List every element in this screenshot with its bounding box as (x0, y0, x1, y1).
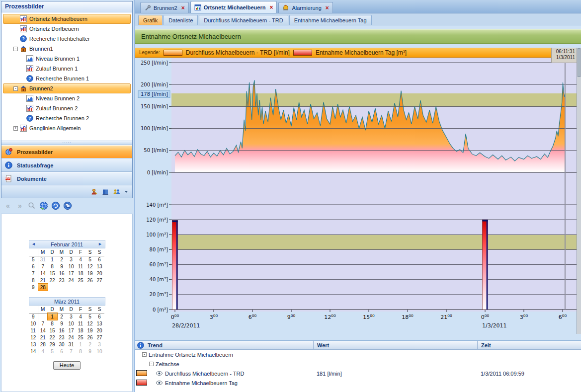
calendar-day[interactable]: 12 (85, 263, 95, 270)
subtab-grafik[interactable]: Grafik (138, 15, 163, 25)
calendar-day[interactable]: 24 (67, 334, 76, 341)
tree-item-niveau-brunnen-1[interactable]: Niveau Brunnen 1 (3, 54, 131, 64)
toolbar-nav-next-icon[interactable]: » (15, 201, 24, 211)
toolbar-layers-icon[interactable] (63, 201, 72, 211)
tree-item-zulauf-brunnen-1[interactable]: Zulauf Brunnen 1 (3, 64, 131, 74)
tree-item-ortsnetz-michaelbeuern[interactable]: Ortsnetz Michaelbeuern (3, 14, 131, 24)
tree-expander-icon[interactable]: + (13, 126, 18, 131)
calendar-day[interactable]: 20 (95, 270, 104, 277)
tree-item-recherche-brunnen-1[interactable]: ?Recherche Brunnen 1 (3, 74, 131, 83)
calendar-day[interactable]: 25 (76, 277, 85, 284)
calendar-day[interactable]: 5 (85, 313, 95, 320)
calendar-day[interactable]: 4 (76, 313, 85, 320)
calendar-day[interactable]: 22 (48, 334, 57, 341)
calendar-day[interactable]: 15 (48, 270, 57, 277)
row-expander-icon[interactable]: - (149, 362, 154, 366)
calendar-day[interactable]: 27 (95, 334, 104, 341)
calendar-day[interactable]: 8 (48, 320, 57, 327)
tab-ortsnetz-michaelbeuern[interactable]: Ortsnetz Michaelbeuern× (190, 1, 277, 13)
calendar-day[interactable]: 22 (48, 277, 57, 284)
calendar-day[interactable]: 23 (57, 277, 67, 284)
calendar-day[interactable]: 5 (85, 256, 95, 263)
tree-item-recherche-hochbeh-lter[interactable]: ?Recherche Hochbehälter (3, 34, 131, 44)
calendar-day[interactable]: 30 (57, 341, 67, 348)
calendar-day[interactable]: 2 (57, 256, 67, 263)
calendar-day[interactable]: 14 (38, 270, 48, 277)
calendar-day[interactable]: 9 (85, 348, 95, 355)
calendar-day[interactable]: 1 (48, 313, 57, 320)
calendar-day[interactable]: 4 (38, 348, 48, 355)
sidebar-nav-prozessbilder[interactable]: Prozessbilder (1, 145, 132, 158)
tree-item-brunnen2[interactable]: -Brunnen2 (3, 83, 131, 93)
subtab-durchfluss-michaelbeuern-trd[interactable]: Durchfluss Michaelbeuern - TRD (199, 15, 288, 25)
sidebar-nav-dokumente[interactable]: PDFDokumente (1, 172, 132, 185)
calendar-day[interactable]: 16 (57, 327, 67, 334)
calendar-day[interactable]: 29 (48, 341, 57, 348)
calendar-day[interactable]: 5 (48, 348, 57, 355)
toolbar-refresh-icon[interactable] (51, 201, 60, 211)
tree-item-niveau-brunnen-2[interactable]: Niveau Brunnen 2 (3, 93, 131, 103)
calendar-day[interactable]: 8 (48, 263, 57, 270)
calendar-day[interactable]: 26 (85, 277, 95, 284)
tree-item-brunnen1[interactable]: -Brunnen1 (3, 44, 131, 54)
calendar-day[interactable]: 12 (85, 320, 95, 327)
calendar-day[interactable]: 19 (85, 270, 95, 277)
sidebar-nav-statusabfrage[interactable]: Statusabfrage (1, 158, 132, 172)
calendar-next-icon[interactable]: ► (97, 241, 103, 246)
calendar-day[interactable]: 4 (76, 256, 85, 263)
calendar-day[interactable]: 3 (95, 341, 104, 348)
calendar-day[interactable]: 28 (38, 284, 48, 291)
tree-item-recherche-brunnen-2[interactable]: ?Recherche Brunnen 2 (3, 113, 131, 123)
toolbar-nav-prev-icon[interactable]: « (3, 201, 12, 211)
tree-expander-icon[interactable]: - (13, 47, 18, 51)
toolbar-zoom-icon[interactable] (27, 201, 36, 211)
calendar-day[interactable]: 31 (38, 256, 48, 263)
trend-row-zeitachse[interactable]: -Zeitachse (135, 359, 581, 369)
calendar-day[interactable]: 31 (67, 341, 76, 348)
calendar-day[interactable]: 10 (95, 348, 104, 355)
today-button[interactable]: Heute (53, 361, 81, 370)
calendar-day[interactable]: 11 (76, 263, 85, 270)
caret-icon[interactable] (124, 190, 128, 194)
tree-item-ortsnetz-dorfbeuern[interactable]: Ortsnetz Dorfbeuern (3, 24, 131, 34)
calendar-day[interactable]: 8 (76, 348, 85, 355)
calendar-day[interactable]: 6 (95, 256, 104, 263)
calendar-day[interactable]: 10 (67, 320, 76, 327)
calendar-day[interactable]: 21 (38, 334, 48, 341)
calendar-day[interactable]: 16 (57, 270, 67, 277)
calendar-day[interactable]: 9 (57, 320, 67, 327)
calendar-day[interactable]: 7 (38, 263, 48, 270)
calendar-day[interactable]: 7 (38, 320, 48, 327)
trend-row-entnahme-michaelbeuern-tag[interactable]: Entnahme Michaelbeuern Tag (135, 378, 581, 388)
calendar-day[interactable]: 10 (67, 263, 76, 270)
splitter-handle[interactable] (1, 141, 132, 145)
calendar-day[interactable]: 28 (38, 341, 48, 348)
vertical-scrollbar[interactable] (577, 48, 581, 334)
tab-alarmierung[interactable]: Alarmierung× (278, 2, 332, 13)
tab-close-icon[interactable]: × (269, 4, 273, 11)
calendar-day[interactable]: 1 (76, 341, 85, 348)
calendar-day[interactable]: 15 (48, 327, 57, 334)
calendar-day[interactable]: 2 (57, 313, 67, 320)
scrollbar-thumb[interactable] (578, 48, 581, 77)
calendar-day[interactable]: 1 (48, 256, 57, 263)
calendar-day[interactable]: 13 (95, 263, 104, 270)
calendar-day[interactable]: 24 (67, 277, 76, 284)
calendar-day[interactable]: 2 (85, 341, 95, 348)
tab-close-icon[interactable]: × (181, 4, 185, 11)
calendar-day[interactable]: 17 (67, 270, 76, 277)
trend-row-entnahme-ortsnetz-michaelbeuern[interactable]: -Entnahme Ortsnetz Michaelbeuern (135, 350, 581, 359)
calendar-day[interactable]: 13 (95, 320, 104, 327)
calendar-day[interactable]: 17 (67, 327, 76, 334)
calendar-day[interactable]: 7 (67, 348, 76, 355)
calendar-day[interactable]: 26 (85, 334, 95, 341)
tree-item-ganglinien-allgemein[interactable]: +Ganglinien Allgemein (3, 123, 131, 133)
user-key-icon[interactable] (91, 188, 98, 195)
trend-row-durchfluss-michaelbeuern-trd[interactable]: Durchfluss Michaelbeuern - TRD181 [l/min… (135, 369, 581, 378)
calendar-day[interactable]: 3 (67, 313, 76, 320)
calendar-day[interactable]: 19 (85, 327, 95, 334)
calendar-day[interactable]: 18 (76, 270, 85, 277)
trend-chart[interactable]: 0 [l/min]50 [l/min]100 [l/min]150 [l/min… (135, 58, 581, 334)
calendar-day[interactable]: 25 (76, 334, 85, 341)
calendar-day[interactable]: 20 (95, 327, 104, 334)
